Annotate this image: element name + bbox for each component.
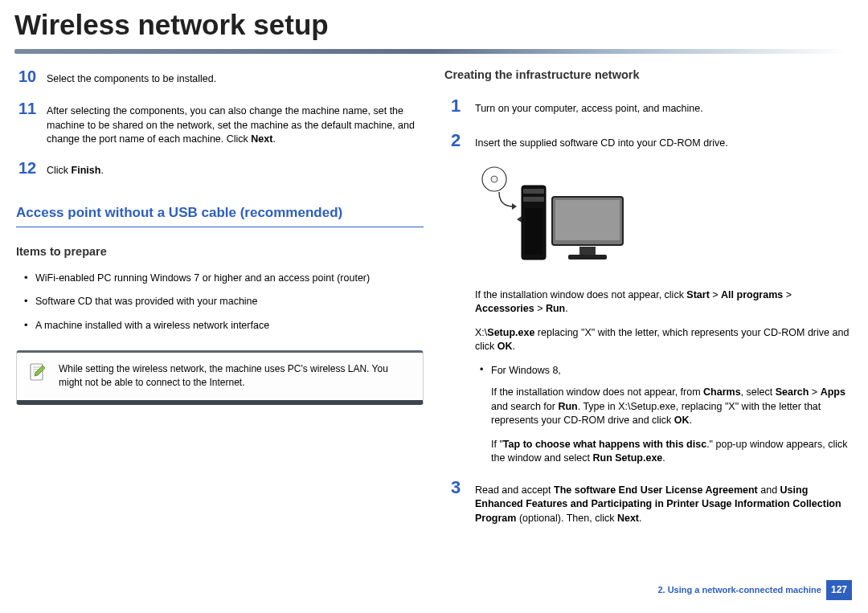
step-number: 12 <box>16 157 39 179</box>
step-text: Turn on your computer, access point, and… <box>475 102 703 116</box>
paragraph: If "Tap to choose what happens with this… <box>475 438 852 466</box>
step-number: 1 <box>444 94 467 119</box>
svg-rect-8 <box>555 200 620 240</box>
step-number: 10 <box>16 65 39 88</box>
step-text: After selecting the components, you can … <box>47 104 424 147</box>
right-column: Creating the infrastructure network 1 Tu… <box>444 65 852 535</box>
subheading-access-point: Access point without a USB cable (recomm… <box>16 203 424 223</box>
items-to-prepare-list: WiFi-enabled PC running Windows 7 or hig… <box>16 272 424 333</box>
content-columns: 10 Select the components to be installed… <box>0 65 868 535</box>
svg-rect-9 <box>579 247 596 255</box>
left-column: 10 Select the components to be installed… <box>16 65 424 535</box>
step-number: 11 <box>16 97 39 120</box>
step-text: Click Finish. <box>47 164 104 178</box>
subheading-rule <box>16 227 424 227</box>
footer-page-number: 127 <box>826 580 852 600</box>
list-item: A machine installed with a wireless netw… <box>24 319 424 333</box>
svg-rect-6 <box>525 208 542 255</box>
footer-chapter: 2. Using a network-connected machine <box>657 580 821 600</box>
svg-point-2 <box>491 176 497 182</box>
svg-rect-5 <box>523 197 544 202</box>
note-text: While setting the wireless network, the … <box>59 363 388 388</box>
note-icon <box>28 362 47 382</box>
list-item: WiFi-enabled PC running Windows 7 or hig… <box>24 272 424 286</box>
step-text: Insert the supplied software CD into you… <box>475 137 728 151</box>
title-divider <box>14 49 847 54</box>
step-10: 10 Select the components to be installed… <box>16 65 424 88</box>
step-number: 2 <box>444 129 467 153</box>
paragraph: If the installation window does not appe… <box>475 386 852 428</box>
post-illustration-block: If the installation window does not appe… <box>444 288 852 466</box>
step-12: 12 Click Finish. <box>16 157 424 179</box>
step-number: 3 <box>444 476 467 501</box>
subheading-items: Items to prepare <box>16 243 424 260</box>
page-footer: 2. Using a network-connected machine 127 <box>657 580 852 600</box>
paragraph: If the installation window does not appe… <box>475 288 852 317</box>
subheading-infrastructure: Creating the infrastructure network <box>444 67 852 83</box>
note-box: While setting the wireless network, the … <box>16 350 424 405</box>
cd-pc-monitor-illustration <box>475 163 628 276</box>
step-11: 11 After selecting the components, you c… <box>16 97 424 147</box>
paragraph: X:\Setup.exe replacing "X" with the lett… <box>475 326 852 354</box>
step-3: 3 Read and accept The software End User … <box>444 476 852 526</box>
svg-rect-10 <box>568 255 607 260</box>
list-item: Software CD that was provided with your … <box>24 295 424 309</box>
step-2: 2 Insert the supplied software CD into y… <box>444 129 852 153</box>
step-1: 1 Turn on your computer, access point, a… <box>444 94 852 119</box>
step-text: Select the components to be installed. <box>47 72 216 87</box>
list-item: For Windows 8, <box>480 364 852 378</box>
step-text: Read and accept The software End User Li… <box>475 484 852 526</box>
page-title: Wireless network setup <box>0 0 868 49</box>
svg-rect-4 <box>523 189 544 194</box>
